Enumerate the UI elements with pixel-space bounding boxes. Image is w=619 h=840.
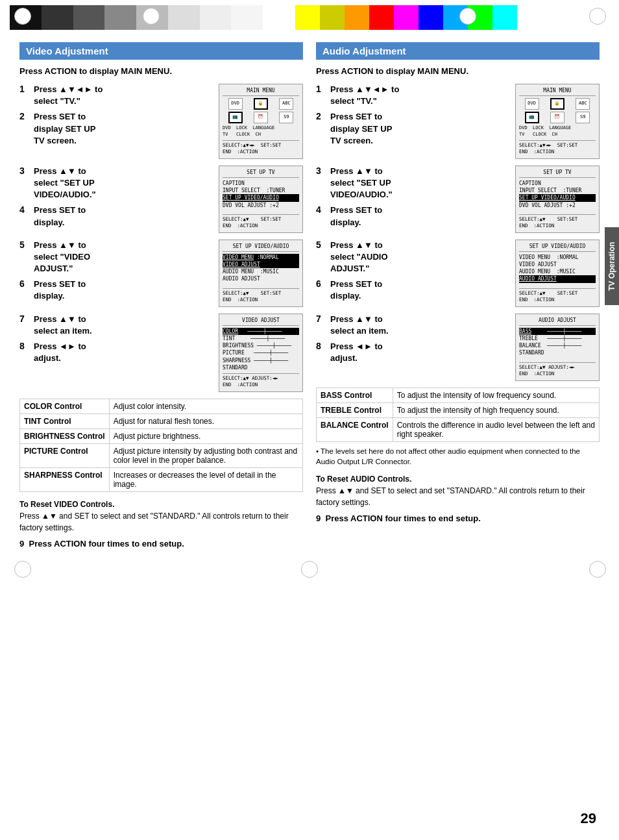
audio-setup-input: INPUT SELECT :TUNER: [519, 187, 596, 194]
video-reset-section: To Reset VIDEO Controls. Press ▲▼ and SE…: [19, 499, 303, 534]
audio-menu-item: AUDIO MENU :MUSIC: [223, 268, 299, 275]
main-menu-icons-row2: 📺 ⏰ S9: [223, 112, 299, 123]
video-step-9: 9 Press ACTION four times to end setup.: [19, 539, 303, 549]
video-steps-7-8: 7 Press ▲▼ toselect an item. 8 Press ◄► …: [19, 314, 303, 392]
sharpness-desc: Increases or decreases the level of deta…: [109, 467, 302, 491]
audio-setup-video-audio-title: SET UP VIDEO/AUDIO: [519, 243, 596, 252]
audio-step-3: 3 Press ▲▼ toselect "SET UPVIDEO/AUDIO.": [316, 166, 510, 201]
color-label: COLOR Control: [20, 399, 110, 414]
step-num-6: 6: [19, 278, 31, 302]
audio-step-num-7: 7: [316, 314, 328, 337]
audio-main-menu-title: MAIN MENU: [519, 87, 596, 96]
audio-step9-text: Press ACTION four times to end setup.: [325, 513, 480, 523]
audio-step-num-6: 6: [316, 278, 328, 302]
menu-labels: DVD LOCK LANGUAGE: [223, 125, 299, 132]
setup-tv-title: SET UP TV: [223, 169, 299, 178]
step-num-2: 2: [19, 111, 31, 147]
s9-icon: S9: [279, 112, 293, 123]
audio-setup-caption: CAPTION: [519, 180, 596, 187]
video-steps-5-6: 5 Press ▲▼ toselect "VIDEOADJUST." 6 Pre…: [19, 240, 303, 307]
video-steps-group-3-4: 3 Press ▲▼ toselect "SET UPVIDEO/AUDIO."…: [19, 166, 213, 233]
audio-step-num-8: 8: [316, 341, 328, 364]
step-1-text: Press ▲▼◄► toselect "TV.": [34, 84, 103, 107]
brightness-desc: Adjust picture brightness.: [109, 428, 302, 443]
video-reset-title: To Reset VIDEO Controls.: [19, 500, 114, 509]
step-num-4: 4: [19, 204, 31, 228]
video-step-3: 3 Press ▲▼ toselect "SET UPVIDEO/AUDIO.": [19, 166, 213, 201]
setup-video-highlighted: SET UP VIDEO/AUDIO: [223, 194, 299, 201]
video-step-1: 1 Press ▲▼◄► toselect "TV.": [19, 84, 213, 107]
audio-main-menu-footer: SELECT:▲▼◄► SET:SETEND :ACTION: [519, 140, 596, 156]
video-reset-desc: Press ▲▼ and SET to select and set "STAN…: [19, 512, 289, 532]
audio-steps-group-3-4: 3 Press ▲▼ toselect "SET UPVIDEO/AUDIO."…: [316, 166, 510, 233]
tint-item: TINT ─────┼─────: [223, 335, 299, 342]
video-menu-highlighted: VIDEO MENU :NORMAL: [223, 254, 299, 261]
video-adjust-title: VIDEO ADJUST: [223, 317, 299, 326]
audio-dvd-icon: DVD: [525, 98, 539, 110]
step-num-5: 5: [19, 240, 31, 275]
audio-steps-3-4: 3 Press ▲▼ toselect "SET UPVIDEO/AUDIO."…: [316, 166, 600, 233]
audio-adjustment-column: Audio Adjustment Press ACTION to display…: [316, 42, 600, 549]
step-num-8: 8: [19, 341, 31, 364]
step-num-3: 3: [19, 166, 31, 201]
sharpness-item: SHARPNESS ─────┼─────: [223, 357, 299, 364]
audio-adjust-highlighted: AUDIO ADJUST: [519, 275, 596, 282]
color-highlighted: COLOR ─────┼─────: [223, 328, 299, 335]
main-menu-title: MAIN MENU: [223, 87, 299, 96]
audio-step-8: 8 Press ◄► toadjust.: [316, 341, 510, 364]
audio-main-menu-img: MAIN MENU DVD 🔒 ABC 📺 ⏰ S9 DVD LOCK LANG…: [515, 84, 600, 159]
audio-step-1-text: Press ▲▼◄► toselect "TV.": [330, 84, 399, 107]
audio-step-5: 5 Press ▲▼ toselect "AUDIOADJUST.": [316, 240, 510, 275]
table-row: BASS Control To adjust the intensity of …: [317, 388, 600, 402]
audio-setup-video-highlighted: SET UP VIDEO/AUDIO: [519, 194, 596, 201]
audio-video-menu-item: VIDEO MENU :NORMAL: [519, 254, 596, 261]
video-table: COLOR Control Adjust color intensity. TI…: [19, 399, 303, 492]
audio-steps-group-5-6: 5 Press ▲▼ toselect "AUDIOADJUST." 6 Pre…: [316, 240, 510, 307]
video-header: Video Adjustment: [19, 42, 303, 60]
video-steps-1-2: 1 Press ▲▼◄► toselect "TV." 2 Press SET …: [19, 84, 303, 159]
audio-setup-dvd-vol: DVD VOL ADJUST :+2: [519, 202, 596, 209]
brightness-item: BRIGHTNESS ─────┼─────: [223, 342, 299, 349]
setup-dvd-vol: DVD VOL ADJUST :+2: [223, 202, 299, 209]
step-4-text: Press SET todisplay.: [34, 204, 86, 228]
video-step-8: 8 Press ◄► toadjust.: [19, 341, 213, 364]
video-adjustment-column: Video Adjustment Press ACTION to display…: [19, 42, 303, 549]
sharpness-label: SHARPNESS Control: [20, 467, 110, 491]
bass-highlighted: BASS ─────┼─────: [519, 328, 596, 335]
audio-step-5-text: Press ▲▼ toselect "AUDIOADJUST.": [330, 240, 388, 275]
video-controls-table: COLOR Control Adjust color intensity. TI…: [19, 399, 303, 492]
language-icon: ABC: [279, 98, 293, 110]
step-6-text: Press SET todisplay.: [34, 278, 86, 302]
audio-steps-1-2: 1 Press ▲▼◄► toselect "TV." 2 Press SET …: [316, 84, 600, 159]
audio-step-num-1: 1: [316, 84, 328, 107]
audio-controls-table: BASS Control To adjust the intensity of …: [316, 388, 600, 442]
picture-desc: Adjust picture intensity by adjusting bo…: [109, 443, 302, 467]
video-step-6: 6 Press SET todisplay.: [19, 278, 213, 302]
step-5-text: Press ▲▼ toselect "VIDEOADJUST.": [34, 240, 90, 275]
lock-icon: 🔒: [254, 98, 268, 110]
audio-audio-menu-item: AUDIO MENU :MUSIC: [519, 268, 596, 275]
color-desc: Adjust color intensity.: [109, 399, 302, 414]
brightness-label: BRIGHTNESS Control: [20, 428, 110, 443]
audio-step-7: 7 Press ▲▼ toselect an item.: [316, 314, 510, 337]
audio-setup-tv-footer: SELECT:▲▼ SET:SETEND :ACTION: [519, 214, 596, 230]
audio-clock-icon: ⏰: [550, 112, 564, 123]
clock-icon: ⏰: [254, 112, 268, 123]
audio-step-num-4: 4: [316, 204, 328, 228]
audio-standard-item: STANDARD: [519, 349, 596, 356]
audio-setup-tv-img: SET UP TV CAPTION INPUT SELECT :TUNER SE…: [515, 166, 600, 233]
audio-adjust-footer: SELECT:▲▼ ADJUST:◄►END :ACTION: [519, 362, 596, 378]
audio-reset-section: To Reset AUDIO Controls. Press ▲▼ and SE…: [316, 473, 600, 508]
treble-item: TREBLE ─────┼─────: [519, 335, 596, 342]
main-menu-footer: SELECT:▲▼◄► SET:SETEND :ACTION: [223, 140, 299, 156]
audio-note: • The levels set here do not affect othe…: [316, 446, 600, 467]
picture-item: PICTURE ─────┼─────: [223, 349, 299, 356]
main-content: Video Adjustment Press ACTION to display…: [0, 36, 619, 562]
audio-adjust-title: AUDIO ADJUST: [519, 317, 596, 326]
audio-note-text: The levels set here do not affect other …: [316, 447, 580, 465]
table-row: PICTURE Control Adjust picture intensity…: [20, 443, 303, 467]
audio-reset-desc: Press ▲▼ and SET to select and set "STAN…: [316, 486, 585, 507]
video-step-4: 4 Press SET todisplay.: [19, 204, 213, 228]
video-steps-3-4: 3 Press ▲▼ toselect "SET UPVIDEO/AUDIO."…: [19, 166, 303, 233]
step-3-text: Press ▲▼ toselect "SET UPVIDEO/AUDIO.": [34, 166, 96, 201]
